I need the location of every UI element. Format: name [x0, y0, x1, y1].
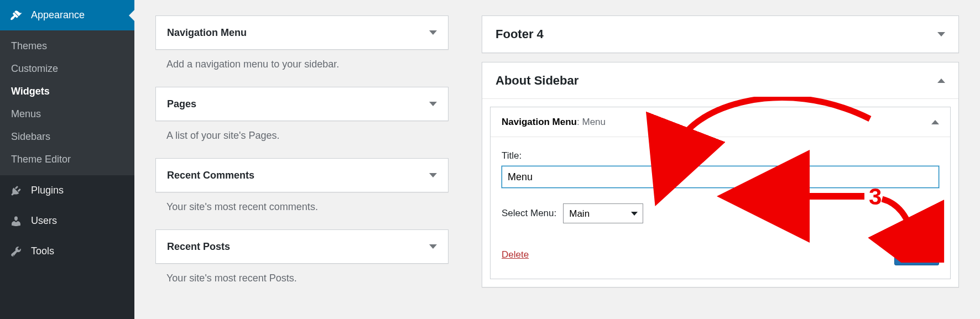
widget-description: Your site's most recent Posts.: [155, 264, 449, 284]
select-menu-label: Select Menu:: [502, 208, 556, 219]
widget-title: Pages: [167, 98, 196, 110]
sidebar-sub-sidebars[interactable]: Sidebars: [0, 125, 134, 148]
sidebar-item-label: Tools: [31, 245, 54, 257]
select-menu-dropdown[interactable]: Main: [563, 203, 643, 223]
sidebar-item-users[interactable]: Users: [0, 206, 134, 236]
select-menu-row: Select Menu: Main: [502, 203, 939, 223]
sidebar-sub-themes[interactable]: Themes: [0, 35, 134, 57]
widget-title: Recent Comments: [167, 170, 254, 181]
sidebar-sub-customize[interactable]: Customize: [0, 57, 134, 80]
chevron-down-icon: [937, 32, 945, 36]
sidebar-item-tools[interactable]: Tools: [0, 236, 134, 266]
widget-head-navigation-menu[interactable]: Navigation Menu: [156, 16, 448, 49]
widget-subtitle: Menu: [582, 117, 606, 127]
sidebar-item-label: Plugins: [31, 185, 64, 196]
sidebar-area-title: Footer 4: [496, 27, 544, 41]
available-widget: Recent Comments: [155, 158, 449, 192]
content-area: Navigation Menu Add a navigation menu to…: [134, 0, 980, 319]
sidebar-item-label: Users: [31, 215, 57, 227]
available-widget: Pages: [155, 87, 449, 121]
sidebar-item-appearance[interactable]: Appearance: [0, 0, 134, 30]
sidebar-sub-widgets[interactable]: Widgets: [0, 80, 134, 103]
widget-name: Navigation Menu: [502, 117, 577, 127]
sidebar-areas-column: Footer 4 About Sidebar Navigation Menu: …: [482, 15, 959, 319]
widget-actions: Delete Save: [502, 244, 939, 265]
wrench-icon: [9, 244, 23, 259]
title-label: Title:: [502, 150, 939, 161]
available-widgets-column: Navigation Menu Add a navigation menu to…: [155, 15, 449, 319]
available-widget: Recent Posts: [155, 229, 449, 264]
plugin-icon: [9, 184, 23, 198]
chevron-down-icon: [429, 244, 437, 249]
chevron-down-icon: [429, 30, 437, 35]
sidebar-item-label: Appearance: [31, 9, 85, 21]
widget-description: Add a navigation menu to your sidebar.: [155, 50, 449, 87]
widget-form: Title: Select Menu: Main: [491, 137, 950, 279]
sidebar-area-body: Navigation Menu: Menu Title: Select Menu…: [482, 99, 958, 287]
chevron-down-icon: [429, 173, 437, 177]
widget-head-recent-comments[interactable]: Recent Comments: [156, 159, 448, 192]
widget-head-pages[interactable]: Pages: [156, 87, 448, 121]
sidebar-item-plugins[interactable]: Plugins: [0, 175, 134, 206]
delete-link[interactable]: Delete: [502, 249, 529, 260]
widget-title: Navigation Menu: [167, 27, 247, 39]
chevron-down-icon: [429, 102, 437, 106]
widget-description: A list of your site's Pages.: [155, 121, 449, 158]
users-icon: [9, 214, 23, 228]
title-input[interactable]: [502, 166, 939, 188]
sidebar-sub-menus[interactable]: Menus: [0, 103, 134, 125]
available-widget: Navigation Menu: [155, 15, 449, 50]
sidebar-area-footer-4: Footer 4: [482, 15, 959, 53]
widget-instance-head[interactable]: Navigation Menu: Menu: [491, 107, 950, 137]
widget-description: Your site's most recent comments.: [155, 192, 449, 229]
chevron-up-icon: [937, 79, 945, 83]
chevron-up-icon: [931, 120, 939, 124]
save-button[interactable]: Save: [894, 244, 939, 265]
admin-sidebar: Appearance Themes Customize Widgets Menu…: [0, 0, 134, 319]
sidebar-area-about: About Sidebar Navigation Menu: Menu Titl…: [482, 62, 959, 287]
sidebar-submenu: Themes Customize Widgets Menus Sidebars …: [0, 30, 134, 175]
sidebar-area-head[interactable]: Footer 4: [482, 16, 958, 53]
widget-instance-title: Navigation Menu: Menu: [502, 117, 606, 128]
sidebar-area-title: About Sidebar: [496, 74, 578, 88]
widget-head-recent-posts[interactable]: Recent Posts: [156, 230, 448, 263]
widget-instance: Navigation Menu: Menu Title: Select Menu…: [490, 107, 951, 279]
sidebar-sub-theme-editor[interactable]: Theme Editor: [0, 148, 134, 171]
sidebar-area-head[interactable]: About Sidebar: [482, 62, 958, 99]
brush-icon: [9, 8, 23, 23]
widget-title: Recent Posts: [167, 241, 230, 253]
